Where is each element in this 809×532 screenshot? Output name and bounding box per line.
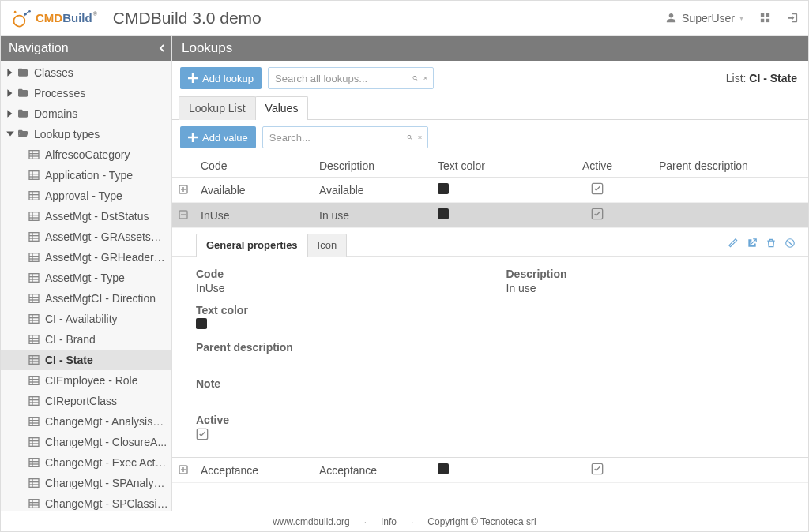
tree-item-domains[interactable]: Domains: [1, 103, 171, 124]
logout-icon[interactable]: [787, 12, 799, 24]
table-icon: [28, 497, 40, 510]
svg-rect-7: [766, 13, 769, 17]
tree-item-lookup-type[interactable]: AlfrescoCategory: [1, 144, 171, 165]
tab-lookup-list[interactable]: Lookup List: [179, 96, 256, 120]
row-collapse[interactable]: [172, 203, 194, 228]
search-lookups-input[interactable]: [275, 73, 408, 84]
tree-item-label: CI - Availability: [45, 313, 118, 325]
svg-rect-6: [761, 13, 764, 17]
caret-right-icon: [6, 109, 15, 118]
row-expander[interactable]: [172, 458, 194, 483]
detail-tab-general[interactable]: General properties: [196, 234, 308, 257]
clear-icon[interactable]: [417, 132, 423, 143]
user-menu[interactable]: SuperUser ▾: [665, 12, 743, 24]
folder-open-icon: [17, 128, 29, 140]
search-values-input[interactable]: [269, 132, 402, 144]
search-values[interactable]: [262, 126, 428, 148]
tree-item-label: CIReportClass: [45, 395, 117, 407]
tree-item-lookup-type[interactable]: Approval - Type: [1, 185, 171, 206]
tree-item-label: AssetMgt - GRAssetsAc...: [45, 230, 168, 243]
content-title: Lookups: [172, 36, 808, 61]
navigation-tree: Classes Processes Domains Lookup types A…: [1, 61, 171, 511]
clear-icon[interactable]: [423, 73, 428, 84]
tree-item-lookup-type[interactable]: AssetMgt - GRAssetsAc...: [1, 227, 171, 247]
active-check: [542, 458, 653, 483]
disable-icon[interactable]: [785, 238, 796, 249]
tree-item-lookup-type[interactable]: ChangeMgt - ClosureA...: [1, 432, 171, 452]
label-active: Active: [196, 414, 785, 426]
tree-item-lookup-type[interactable]: AssetMgt - DstStatus: [1, 206, 171, 227]
table-icon: [28, 251, 40, 264]
tree-item-label: AssetMgt - DstStatus: [45, 210, 149, 223]
add-lookup-button[interactable]: Add lookup: [180, 67, 262, 89]
tree-item-classes[interactable]: Classes: [1, 62, 171, 83]
tree-item-lookup-type[interactable]: CI - State: [1, 350, 171, 370]
table-icon: [28, 395, 40, 407]
svg-rect-54: [29, 377, 39, 385]
tree-item-lookup-type[interactable]: ChangeMgt - SPClassifi...: [1, 493, 171, 511]
toolbar-lookups: Add lookup List: CI - State: [172, 61, 808, 96]
detail-panel: General properties Icon: [172, 228, 808, 457]
tree-item-lookup-type[interactable]: AssetMgt - Type: [1, 268, 171, 288]
collapse-sidebar-icon[interactable]: [159, 44, 165, 52]
tree-item-lookup-type[interactable]: ChangeMgt - SPAnalysi...: [1, 473, 171, 493]
tree-item-label: ChangeMgt - Exec Action: [45, 456, 168, 469]
table-icon: [28, 148, 40, 161]
tab-values[interactable]: Values: [255, 96, 309, 120]
edit-icon[interactable]: [728, 238, 739, 249]
color-swatch: [438, 183, 449, 194]
grid-icon[interactable]: [759, 12, 771, 24]
value-code: InUse: [196, 282, 475, 294]
tree-item-label: Approval - Type: [45, 189, 122, 202]
tree-item-lookup-type[interactable]: CIReportClass: [1, 391, 171, 411]
logo-icon: [10, 7, 32, 29]
tree-item-lookup-type[interactable]: ChangeMgt - Exec Action: [1, 452, 171, 473]
table-row[interactable]: Available Available: [172, 178, 808, 203]
values-table: Code Description Text color Active Paren…: [172, 155, 808, 483]
table-row[interactable]: Acceptance Acceptance: [172, 458, 808, 483]
table-row[interactable]: InUse In use: [172, 203, 808, 228]
svg-rect-30: [29, 253, 39, 262]
tree-item-label: ChangeMgt - SPAnalysi...: [45, 477, 168, 489]
tree-item-label: AssetMgtCI - Direction: [45, 292, 156, 305]
col-active[interactable]: Active: [542, 155, 653, 178]
caret-down-icon: [6, 129, 15, 139]
svg-rect-46: [29, 335, 39, 344]
delete-icon[interactable]: [766, 238, 777, 249]
checkbox-checked-icon: [591, 463, 604, 475]
tree-item-lookup-type[interactable]: ChangeMgt - AnalysisA...: [1, 411, 171, 432]
add-value-button[interactable]: Add value: [180, 126, 256, 148]
color-swatch: [438, 463, 449, 474]
detail-body: Code InUse Description In use Text color: [172, 257, 808, 457]
col-text-color[interactable]: Text color: [431, 155, 542, 178]
table-icon: [28, 313, 40, 325]
detail-tab-icon[interactable]: Icon: [307, 234, 348, 257]
row-expander[interactable]: [172, 178, 194, 203]
table-icon: [28, 169, 40, 182]
search-lookups[interactable]: [268, 67, 434, 89]
table-icon: [28, 436, 40, 448]
search-icon[interactable]: [407, 132, 412, 143]
tree-item-lookup-type[interactable]: AssetMgt - GRHeaderA...: [1, 247, 171, 268]
tree-item-lookup-type[interactable]: CI - Brand: [1, 329, 171, 350]
expand-plus-icon: [179, 465, 188, 474]
tree-item-lookup-types[interactable]: Lookup types: [1, 124, 171, 144]
table-icon: [28, 456, 40, 469]
footer-copyright: Copyright © Tecnoteca srl: [427, 516, 536, 527]
col-parent[interactable]: Parent description: [653, 155, 808, 178]
label-parent: Parent description: [196, 341, 785, 354]
tree-item-lookup-type[interactable]: Application - Type: [1, 165, 171, 185]
footer-url[interactable]: www.cmdbuild.org: [273, 516, 349, 527]
col-code[interactable]: Code: [194, 155, 313, 178]
open-external-icon[interactable]: [747, 238, 758, 249]
navigation-header: Navigation: [1, 36, 171, 61]
footer-info[interactable]: Info: [381, 516, 397, 527]
col-description[interactable]: Description: [313, 155, 431, 178]
tree-item-processes[interactable]: Processes: [1, 83, 171, 103]
tree-item-lookup-type[interactable]: AssetMgtCI - Direction: [1, 288, 171, 309]
search-icon[interactable]: [412, 73, 418, 84]
tree-item-lookup-type[interactable]: CI - Availability: [1, 309, 171, 329]
tree-item-lookup-type[interactable]: CIEmployee - Role: [1, 370, 171, 391]
plus-icon: [188, 133, 198, 142]
svg-rect-14: [29, 171, 39, 180]
